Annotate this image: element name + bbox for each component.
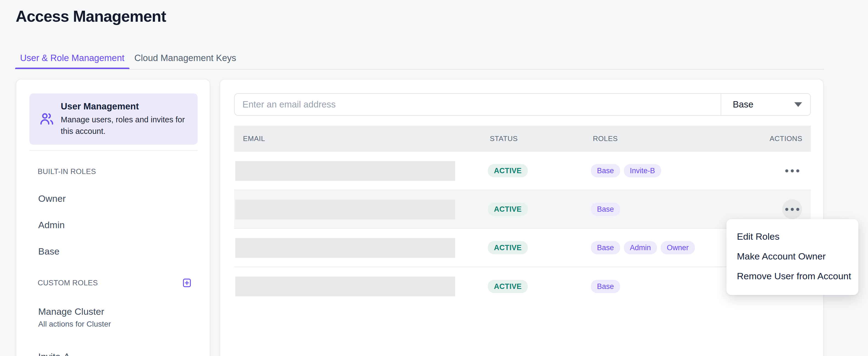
info-panel-description: Manage users, roles and invites for this…	[61, 114, 190, 137]
row-actions-button[interactable]	[782, 161, 802, 181]
email-redacted-placeholder	[235, 238, 455, 258]
email-input[interactable]	[235, 94, 721, 115]
sidebar-item-invite-a[interactable]: Invite-A	[16, 346, 210, 356]
access-management-page: Access Management User & Role Management…	[0, 0, 868, 356]
role-badge-base: Base	[591, 280, 620, 293]
users-table: EMAILSTATUSROLESACTIONS ACTIVEBaseInvite…	[234, 126, 811, 306]
menu-item-make-account-owner[interactable]: Make Account Owner	[726, 246, 858, 266]
add-custom-role-button[interactable]	[182, 278, 192, 288]
users-table-header: EMAILSTATUSROLESACTIONS	[234, 126, 811, 152]
actions-cell	[782, 161, 802, 181]
role-item-name: Invite-A	[38, 350, 210, 356]
column-header-status: STATUS	[490, 126, 518, 152]
sidebar-item-manage-cluster[interactable]: Manage ClusterAll actions for Cluster	[16, 301, 210, 330]
custom-roles-list: Manage ClusterAll actions for ClusterInv…	[16, 301, 210, 356]
role-item-description: All actions for Cluster	[38, 319, 210, 330]
table-row: ACTIVEBase	[234, 190, 811, 229]
role-item-name: Manage Cluster	[38, 305, 210, 318]
roles-cell: BaseInvite-B	[591, 164, 661, 177]
role-badge-base: Base	[591, 241, 620, 254]
page-title: Access Management	[16, 7, 166, 25]
users-table-body: ACTIVEBaseInvite-BACTIVEBaseACTIVEBaseAd…	[234, 152, 811, 306]
table-row: ACTIVEBase	[234, 267, 811, 306]
users-icon	[39, 112, 54, 126]
tabbar: User & Role ManagementCloud Management K…	[15, 47, 241, 69]
sidebar-item-admin[interactable]: Admin	[16, 212, 210, 238]
roles-cell: Base	[591, 203, 620, 216]
plus-square-icon	[182, 278, 192, 288]
ellipsis-dot	[796, 208, 799, 211]
built-in-roles-label: BUILT-IN ROLES	[38, 167, 96, 176]
status-badge: ACTIVE	[488, 164, 528, 177]
status-badge: ACTIVE	[488, 241, 528, 254]
roles-cell: Base	[591, 280, 620, 293]
role-badge-owner: Owner	[661, 241, 695, 254]
roles-cell: BaseAdminOwner	[591, 241, 695, 254]
menu-item-remove-user-from-account[interactable]: Remove User from Account	[726, 266, 858, 286]
built-in-roles-list: OwnerAdminBase	[16, 185, 210, 264]
table-row: ACTIVEBaseAdminOwner	[234, 229, 811, 267]
invite-role-select-value: Base	[733, 99, 753, 110]
custom-roles-header: CUSTOM ROLES	[16, 276, 210, 290]
role-badge-base: Base	[591, 164, 620, 177]
row-actions-context-menu: Edit RolesMake Account OwnerRemove User …	[726, 219, 858, 295]
info-panel-title: User Management	[61, 101, 190, 112]
user-table-card: Base EMAILSTATUSROLESACTIONS ACTIVEBaseI…	[220, 79, 824, 356]
sidebar-item-base[interactable]: Base	[16, 238, 210, 264]
role-badge-invite-b: Invite-B	[624, 164, 661, 177]
email-redacted-placeholder	[235, 276, 455, 296]
row-actions-button[interactable]	[782, 199, 802, 219]
table-row: ACTIVEBaseInvite-B	[234, 152, 811, 190]
role-badge-base: Base	[591, 203, 620, 216]
info-panel-text: User Management Manage users, roles and …	[61, 101, 190, 137]
sidebar-item-owner[interactable]: Owner	[16, 185, 210, 212]
sidebar-divider	[29, 150, 197, 151]
roles-sidebar-card: User Management Manage users, roles and …	[16, 79, 210, 356]
ellipsis-dot	[791, 208, 794, 211]
ellipsis-dot	[785, 169, 788, 172]
actions-cell	[782, 199, 802, 219]
menu-item-edit-roles[interactable]: Edit Roles	[726, 227, 858, 246]
column-header-email: EMAIL	[243, 126, 265, 152]
role-badge-admin: Admin	[624, 241, 657, 254]
email-redacted-placeholder	[235, 200, 455, 219]
role-item-name: Base	[38, 246, 210, 257]
invite-user-bar: Base	[234, 93, 811, 116]
ellipsis-dot	[796, 169, 799, 172]
status-badge: ACTIVE	[488, 280, 528, 293]
tab-cloud-management-keys[interactable]: Cloud Management Keys	[129, 47, 241, 69]
user-management-info-panel: User Management Manage users, roles and …	[29, 93, 197, 145]
column-header-actions: ACTIONS	[770, 126, 802, 152]
status-badge: ACTIVE	[488, 203, 528, 216]
role-item-name: Admin	[38, 220, 210, 230]
ellipsis-dot	[791, 169, 794, 172]
invite-role-select[interactable]: Base	[721, 94, 810, 115]
column-header-roles: ROLES	[593, 126, 618, 152]
custom-roles-label: CUSTOM ROLES	[38, 279, 98, 287]
chevron-down-icon	[794, 102, 802, 107]
role-item-name: Owner	[38, 193, 210, 204]
tabbar-divider	[16, 69, 824, 69]
ellipsis-dot	[785, 208, 788, 211]
email-redacted-placeholder	[235, 161, 455, 181]
tab-user-role-management[interactable]: User & Role Management	[15, 47, 129, 69]
